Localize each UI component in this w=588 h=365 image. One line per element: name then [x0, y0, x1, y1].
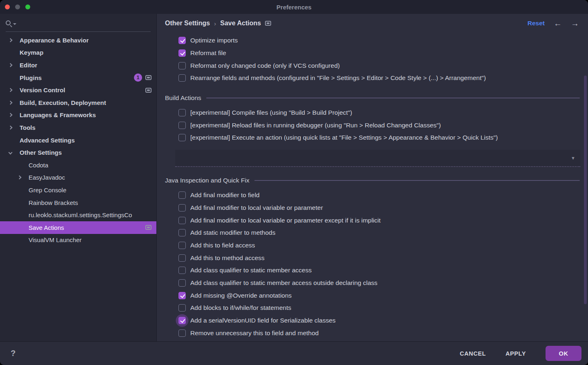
forward-arrow-button[interactable]: → — [571, 19, 579, 27]
sidebar-item-visualvm-launcher[interactable]: VisualVM Launcher — [0, 234, 156, 247]
checkbox-unchecked-icon[interactable] — [178, 279, 186, 287]
sidebar-item-save-actions[interactable]: Save Actions — [0, 221, 156, 234]
sidebar-item-label: Tools — [20, 124, 36, 131]
action-dropdown[interactable]: ▼ — [175, 150, 580, 167]
checkbox-unchecked-icon[interactable] — [178, 217, 186, 224]
sidebar-item-other-settings[interactable]: Other Settings — [0, 146, 156, 159]
checkbox-row: Reformat only changed code (only if VCS … — [157, 59, 588, 72]
breadcrumb-section[interactable]: Other Settings — [165, 20, 210, 27]
section-header-java-inspection-and-quick-fix: Java Inspection and Quick Fix — [165, 177, 580, 184]
checkbox-unchecked-icon[interactable] — [178, 62, 186, 69]
sidebar-item-label: Languages & Frameworks — [20, 111, 96, 118]
sidebar-item-ru-leoklo-stackuml-settings-settingsco[interactable]: ru.leoklo.stackuml.settings.SettingsCo — [0, 209, 156, 221]
ok-button[interactable]: OK — [546, 346, 581, 361]
chevron-down-icon[interactable] — [9, 151, 13, 155]
checkbox-unchecked-icon[interactable] — [178, 329, 186, 337]
cancel-button[interactable]: CANCEL — [460, 350, 486, 357]
checkbox-checked-icon[interactable] — [178, 37, 186, 44]
chevron-right-icon[interactable] — [9, 126, 13, 130]
checkbox-label: Add final modifier to local variable or … — [190, 204, 323, 211]
sidebar-item-label: Advanced Settings — [20, 137, 75, 144]
chevron-right-icon[interactable] — [9, 38, 13, 42]
footer-buttons: CANCEL APPLY OK — [460, 346, 581, 361]
dialog-footer: ? CANCEL APPLY OK — [0, 341, 588, 365]
checkbox-label: Add class qualifier to static member acc… — [190, 267, 312, 274]
sidebar-item-tools[interactable]: Tools — [0, 121, 156, 134]
checkbox-label: Reformat only changed code (only if VCS … — [190, 62, 340, 69]
save-actions-checkbox-group: Optimize importsReformat fileReformat on… — [157, 34, 588, 85]
sidebar-item-version-control[interactable]: Version Control — [0, 84, 156, 96]
checkbox-row: Add class qualifier to static member acc… — [157, 277, 588, 289]
checkbox-row: Optimize imports — [157, 34, 588, 47]
checkbox-label: Add final modifier to field — [190, 191, 260, 199]
checkbox-label: [experimental] Compile files (using "Bui… — [190, 109, 352, 116]
sidebar-item-build-execution-deployment[interactable]: Build, Execution, Deployment — [0, 96, 156, 109]
checkbox-unchecked-icon[interactable] — [178, 191, 186, 199]
checkbox-unchecked-icon[interactable] — [178, 74, 186, 82]
checkbox-row: Remove unnecessary this to field and met… — [157, 327, 588, 339]
sidebar-item-label: ru.leoklo.stackuml.settings.SettingsCo — [29, 211, 132, 218]
chevron-right-icon[interactable] — [9, 63, 13, 67]
sidebar-item-label: Keymap — [20, 49, 43, 56]
checkbox-row: Add blocks to if/while/for statements — [157, 302, 588, 314]
sidebar-item-appearance-behavior[interactable]: Appearance & Behavior — [0, 34, 156, 47]
checkbox-unchecked-icon[interactable] — [178, 304, 186, 312]
checkbox-checked-icon[interactable] — [178, 292, 186, 299]
sidebar-item-label: VisualVM Launcher — [29, 236, 82, 243]
sidebar-item-easyjavadoc[interactable]: EasyJavadoc — [0, 171, 156, 184]
settings-search-field[interactable] — [6, 14, 151, 32]
reset-button[interactable]: Reset — [528, 20, 545, 27]
sidebar-item-label: Appearance & Behavior — [20, 37, 89, 44]
checkbox-unchecked-icon[interactable] — [178, 122, 186, 129]
sidebar-item-label: Plugins — [20, 74, 42, 81]
sidebar-item-label: Build, Execution, Deployment — [20, 99, 106, 106]
chevron-right-icon[interactable] — [18, 176, 22, 180]
checkbox-unchecked-icon[interactable] — [178, 204, 186, 211]
sidebar-item-label: Version Control — [20, 87, 65, 93]
checkbox-unchecked-icon[interactable] — [178, 109, 186, 116]
chevron-right-icon[interactable] — [9, 88, 13, 92]
checkbox-label: Add blocks to if/while/for statements — [190, 304, 291, 312]
checkbox-unchecked-icon[interactable] — [178, 134, 186, 141]
checkbox-checked-icon[interactable] — [178, 49, 186, 57]
preferences-window: Preferences Appearance & BehaviorKeymapE… — [0, 0, 588, 365]
checkbox-unchecked-icon[interactable] — [178, 242, 186, 249]
sidebar-item-codota[interactable]: Codota — [0, 159, 156, 171]
checkbox-unchecked-icon[interactable] — [178, 267, 186, 274]
section-divider-line — [206, 98, 580, 98]
sidebar-item-grep-console[interactable]: Grep Console — [0, 184, 156, 196]
apply-button[interactable]: APPLY — [506, 350, 526, 357]
chevron-right-icon[interactable] — [9, 100, 13, 105]
sidebar-item-label: Grep Console — [29, 187, 67, 194]
help-button[interactable]: ? — [11, 349, 16, 358]
sidebar-item-label: Editor — [20, 62, 37, 69]
search-icon — [6, 20, 11, 25]
chevron-right-icon[interactable] — [9, 113, 13, 117]
sidebar-item-label: Codota — [29, 162, 48, 169]
checkbox-row: [experimental] Execute an action (using … — [157, 131, 588, 144]
checkbox-unchecked-icon[interactable] — [178, 254, 186, 262]
checkbox-label: Remove unnecessary this to field and met… — [190, 329, 318, 337]
sidebar-item-rainbow-brackets[interactable]: Rainbow Brackets — [0, 196, 156, 209]
checkbox-unchecked-icon[interactable] — [178, 229, 186, 236]
sidebar-item-languages-frameworks[interactable]: Languages & Frameworks — [0, 109, 156, 122]
dropdown-arrow-icon[interactable]: ▼ — [571, 156, 575, 160]
sidebar-item-plugins[interactable]: Plugins1 — [0, 71, 156, 84]
back-arrow-button[interactable]: ← — [554, 19, 562, 27]
settings-pane-icon — [145, 75, 151, 80]
checkbox-row: Add final modifier to local variable or … — [157, 202, 588, 214]
sidebar-item-advanced-settings[interactable]: Advanced Settings — [0, 134, 156, 147]
settings-pane-icon — [145, 88, 151, 93]
section-title: Build Actions — [165, 94, 201, 102]
settings-pane-icon — [145, 225, 151, 230]
plugin-count-badge: 1 — [134, 73, 142, 82]
sidebar-item-editor[interactable]: Editor — [0, 59, 156, 71]
breadcrumb-page[interactable]: Save Actions — [220, 20, 261, 27]
sidebar-item-keymap[interactable]: Keymap — [0, 47, 156, 59]
checkbox-checked-icon[interactable] — [178, 317, 186, 324]
search-options-caret-icon[interactable] — [13, 23, 16, 25]
checkbox-label: Add static modifier to methods — [190, 229, 276, 236]
vertical-scrollbar-thumb[interactable] — [584, 76, 587, 304]
sidebar-item-label: EasyJavadoc — [29, 174, 65, 181]
checkbox-row: Add static modifier to methods — [157, 227, 588, 239]
